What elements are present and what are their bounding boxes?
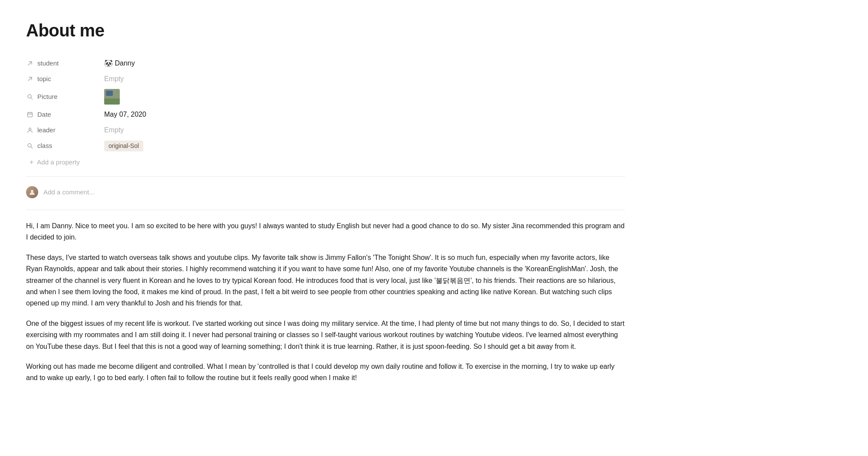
property-student[interactable]: student 🐼 Danny — [26, 56, 625, 71]
date-value: May 07, 2020 — [104, 111, 146, 118]
topic-label: topic — [37, 74, 51, 84]
page-title: About me — [26, 17, 625, 43]
property-leader[interactable]: leader Empty — [26, 122, 625, 138]
comment-row: Add a comment... — [26, 182, 625, 203]
prop-label-leader: leader — [26, 125, 104, 135]
comment-placeholder[interactable]: Add a comment... — [43, 187, 95, 197]
topic-value: Empty — [104, 75, 124, 82]
prop-label-student: student — [26, 59, 104, 69]
svg-point-0 — [28, 95, 31, 98]
content-divider — [26, 210, 625, 210]
paragraph-2: These days, I've started to watch overse… — [26, 252, 625, 309]
prop-label-topic: topic — [26, 74, 104, 84]
property-date[interactable]: Date May 07, 2020 — [26, 107, 625, 122]
class-label: class — [37, 141, 52, 151]
body-content: Hi, I am Danny. Nice to meet you. I am s… — [26, 220, 625, 384]
properties-divider — [26, 176, 625, 177]
add-property-button[interactable]: + Add a property — [26, 154, 625, 171]
avatar — [26, 186, 38, 198]
student-label: student — [37, 59, 59, 69]
picture-thumbnail — [104, 89, 120, 105]
paragraph-4: Working out has made me become diligent … — [26, 361, 625, 384]
arrow-up-right-icon — [26, 60, 34, 66]
picture-value — [104, 89, 625, 105]
plus-icon: + — [30, 157, 33, 167]
add-property-label: Add a property — [37, 157, 79, 167]
prop-label-date: Date — [26, 110, 104, 120]
search-icon-2 — [26, 143, 34, 149]
property-class[interactable]: class original-Sol — [26, 138, 625, 154]
svg-rect-1 — [28, 113, 33, 117]
prop-label-picture: Picture — [26, 92, 104, 102]
paragraph-1: Hi, I am Danny. Nice to meet you. I am s… — [26, 220, 625, 243]
class-tag[interactable]: original-Sol — [104, 141, 143, 151]
leader-value: Empty — [104, 126, 124, 134]
svg-point-3 — [28, 144, 31, 147]
svg-point-4 — [31, 190, 33, 193]
date-label: Date — [37, 110, 51, 120]
paragraph-3: One of the biggest issues of my recent l… — [26, 318, 625, 352]
arrow-up-right-icon-2 — [26, 76, 34, 82]
calendar-icon — [26, 112, 34, 118]
svg-point-2 — [29, 128, 31, 130]
leader-label: leader — [37, 125, 56, 135]
property-topic[interactable]: topic Empty — [26, 71, 625, 87]
person-icon — [26, 127, 34, 133]
student-value: 🐼 Danny — [104, 58, 625, 69]
picture-label: Picture — [37, 92, 58, 102]
student-emoji: 🐼 — [104, 59, 115, 67]
property-picture[interactable]: Picture — [26, 87, 625, 107]
search-icon — [26, 94, 34, 100]
properties-section: student 🐼 Danny topic Empty — [26, 56, 625, 154]
prop-label-class: class — [26, 141, 104, 151]
